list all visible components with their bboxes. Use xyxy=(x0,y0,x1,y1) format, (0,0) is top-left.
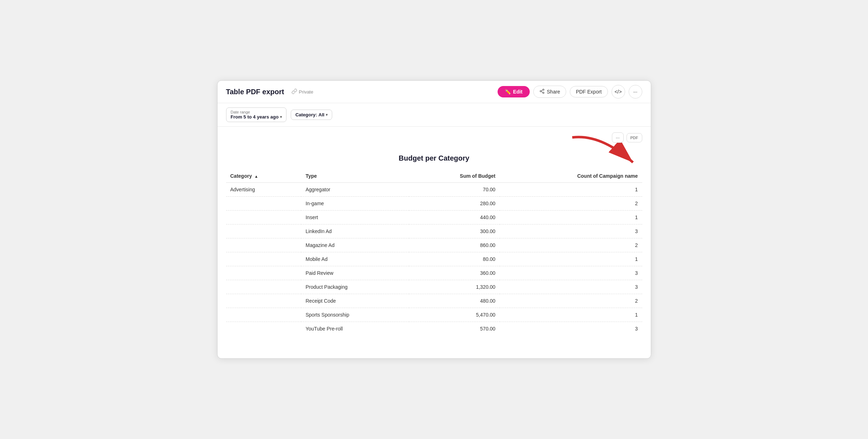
table-row: In-game280.002 xyxy=(226,197,642,211)
chart-pdf-button[interactable]: PDF xyxy=(627,133,642,142)
link-icon xyxy=(291,89,297,95)
cell-type: Aggregator xyxy=(301,183,409,197)
cell-type: LinkedIn Ad xyxy=(301,224,409,238)
pencil-icon: ✏️ xyxy=(505,89,511,95)
cell-category xyxy=(226,266,301,280)
svg-point-1 xyxy=(540,91,542,92)
table-row: Insert440.001 xyxy=(226,211,642,224)
cell-category xyxy=(226,280,301,294)
cell-type: Product Packaging xyxy=(301,280,409,294)
category-filter[interactable]: Category: All ▾ xyxy=(291,110,332,120)
date-range-filter[interactable]: Date range From 5 to 4 years ago ▾ xyxy=(226,107,286,122)
cell-sum-budget: 1,320.00 xyxy=(409,280,500,294)
cell-count-campaign: 1 xyxy=(500,308,642,322)
svg-line-4 xyxy=(541,90,543,91)
share-button[interactable]: Share xyxy=(533,86,566,98)
table-row: Paid Review360.003 xyxy=(226,266,642,280)
cell-sum-budget: 480.00 xyxy=(409,294,500,308)
cell-category xyxy=(226,294,301,308)
chevron-down-icon: ▾ xyxy=(280,115,282,119)
cell-count-campaign: 3 xyxy=(500,280,642,294)
chevron-down-icon: ▾ xyxy=(326,113,328,117)
more-dots-icon: ··· xyxy=(616,135,620,140)
table-row: Magazine Ad860.002 xyxy=(226,238,642,252)
cell-count-campaign: 3 xyxy=(500,266,642,280)
edit-button[interactable]: ✏️ Edit xyxy=(498,86,529,97)
pdf-icon: PDF xyxy=(630,136,638,140)
cell-type: Magazine Ad xyxy=(301,238,409,252)
svg-line-3 xyxy=(541,91,543,92)
content-area: ··· PDF Budget per Category Category ▲ T… xyxy=(218,127,651,344)
page-title: Table PDF export xyxy=(226,88,284,96)
cell-sum-budget: 80.00 xyxy=(409,252,500,266)
table-row: Product Packaging1,320.003 xyxy=(226,280,642,294)
pdf-export-button[interactable]: PDF Export xyxy=(570,86,608,97)
column-header-type: Type xyxy=(301,170,409,183)
cell-category xyxy=(226,308,301,322)
cell-category xyxy=(226,238,301,252)
column-header-count-campaign: Count of Campaign name xyxy=(500,170,642,183)
cell-sum-budget: 5,470.00 xyxy=(409,308,500,322)
cell-category xyxy=(226,322,301,336)
embed-icon: </> xyxy=(614,89,622,95)
cell-sum-budget: 860.00 xyxy=(409,238,500,252)
table-row: Sports Sponsorship5,470.001 xyxy=(226,308,642,322)
cell-count-campaign: 2 xyxy=(500,238,642,252)
more-options-button[interactable]: ··· xyxy=(629,85,642,99)
cell-count-campaign: 3 xyxy=(500,322,642,336)
cell-type: Insert xyxy=(301,211,409,224)
cell-category xyxy=(226,224,301,238)
filters-bar: Date range From 5 to 4 years ago ▾ Categ… xyxy=(218,103,651,127)
table-header-row: Category ▲ Type Sum of Budget Count of C… xyxy=(226,170,642,183)
app-window: Table PDF export Private ✏️ Edit Share P… xyxy=(217,80,651,359)
cell-count-campaign: 3 xyxy=(500,224,642,238)
cell-type: Mobile Ad xyxy=(301,252,409,266)
table-row: AdvertisingAggregator70.001 xyxy=(226,183,642,197)
column-header-category: Category ▲ xyxy=(226,170,301,183)
table-row: Receipt Code480.002 xyxy=(226,294,642,308)
cell-category xyxy=(226,252,301,266)
private-badge: Private xyxy=(291,89,313,95)
more-icon: ··· xyxy=(633,89,638,95)
cell-count-campaign: 1 xyxy=(500,211,642,224)
embed-button[interactable]: </> xyxy=(612,85,625,99)
cell-count-campaign: 1 xyxy=(500,183,642,197)
cell-sum-budget: 300.00 xyxy=(409,224,500,238)
cell-type: Paid Review xyxy=(301,266,409,280)
header: Table PDF export Private ✏️ Edit Share P… xyxy=(218,81,651,103)
data-table: Category ▲ Type Sum of Budget Count of C… xyxy=(226,170,642,335)
table-header: Category ▲ Type Sum of Budget Count of C… xyxy=(226,170,642,183)
date-range-value: From 5 to 4 years ago ▾ xyxy=(231,114,282,120)
table-row: YouTube Pre-roll570.003 xyxy=(226,322,642,336)
cell-sum-budget: 440.00 xyxy=(409,211,500,224)
cell-sum-budget: 280.00 xyxy=(409,197,500,211)
table-row: Mobile Ad80.001 xyxy=(226,252,642,266)
cell-type: YouTube Pre-roll xyxy=(301,322,409,336)
cell-count-campaign: 2 xyxy=(500,294,642,308)
svg-point-2 xyxy=(543,92,544,94)
table-body: AdvertisingAggregator70.001In-game280.00… xyxy=(226,183,642,336)
cell-type: In-game xyxy=(301,197,409,211)
share-icon xyxy=(539,89,545,95)
cell-sum-budget: 70.00 xyxy=(409,183,500,197)
table-title: Budget per Category xyxy=(226,146,642,170)
category-value: Category: All ▾ xyxy=(295,112,328,117)
cell-category xyxy=(226,197,301,211)
cell-count-campaign: 1 xyxy=(500,252,642,266)
cell-category: Advertising xyxy=(226,183,301,197)
chart-more-button[interactable]: ··· xyxy=(612,132,624,143)
cell-sum-budget: 570.00 xyxy=(409,322,500,336)
date-range-label: Date range xyxy=(231,110,282,114)
private-label: Private xyxy=(299,89,313,95)
svg-point-0 xyxy=(543,89,544,90)
chart-controls: ··· PDF xyxy=(226,127,642,146)
cell-count-campaign: 2 xyxy=(500,197,642,211)
sort-asc-icon: ▲ xyxy=(254,174,258,178)
header-actions: ✏️ Edit Share PDF Export </> ··· xyxy=(498,85,642,99)
cell-category xyxy=(226,211,301,224)
cell-type: Receipt Code xyxy=(301,294,409,308)
cell-sum-budget: 360.00 xyxy=(409,266,500,280)
table-row: LinkedIn Ad300.003 xyxy=(226,224,642,238)
cell-type: Sports Sponsorship xyxy=(301,308,409,322)
column-header-sum-budget: Sum of Budget xyxy=(409,170,500,183)
